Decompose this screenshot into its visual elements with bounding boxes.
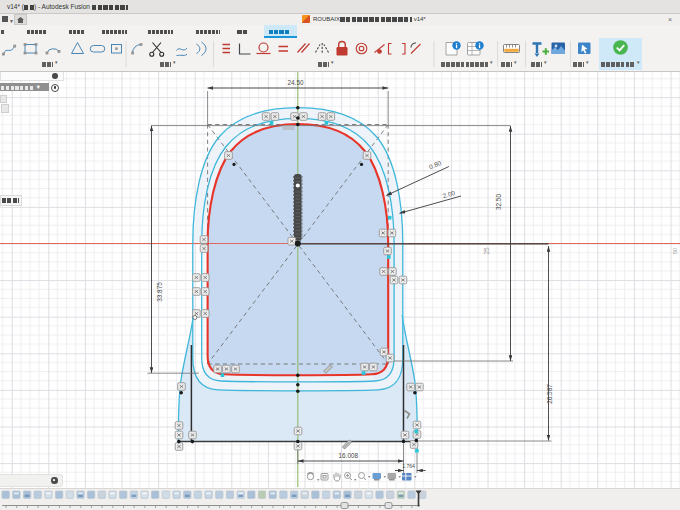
- svg-text:1.764: 1.764: [402, 463, 415, 469]
- svg-text:25: 25: [483, 247, 490, 255]
- svg-text:33.875: 33.875: [156, 282, 163, 302]
- svg-text:26.587: 26.587: [546, 384, 553, 404]
- svg-text:24.50: 24.50: [288, 79, 304, 86]
- svg-text:32.50: 32.50: [495, 194, 502, 210]
- svg-text:50: 50: [672, 248, 678, 254]
- svg-text:16.008: 16.008: [339, 452, 359, 459]
